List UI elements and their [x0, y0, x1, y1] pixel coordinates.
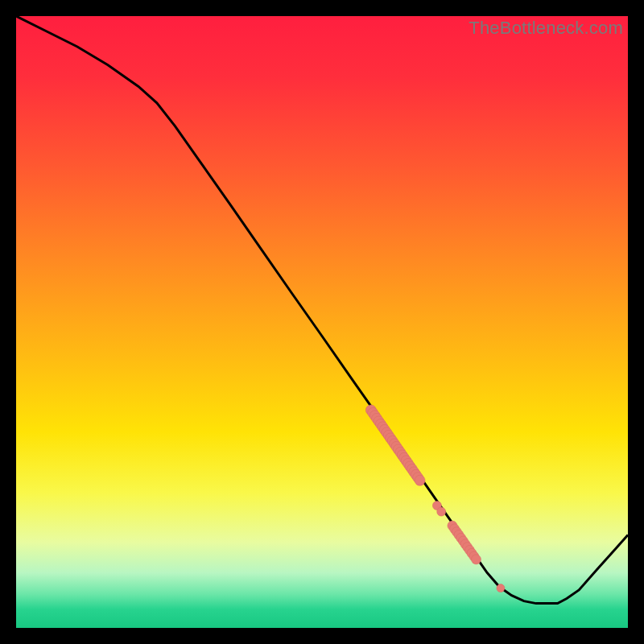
plot-area: TheBottleneck.com	[16, 16, 628, 628]
chart-svg	[16, 16, 628, 628]
chart-frame: TheBottleneck.com	[0, 0, 644, 644]
data-marker	[415, 475, 425, 485]
watermark-text: TheBottleneck.com	[469, 18, 623, 39]
data-marker	[497, 584, 505, 592]
data-marker	[437, 507, 446, 516]
data-marker	[472, 555, 481, 564]
gradient-background	[16, 16, 628, 628]
